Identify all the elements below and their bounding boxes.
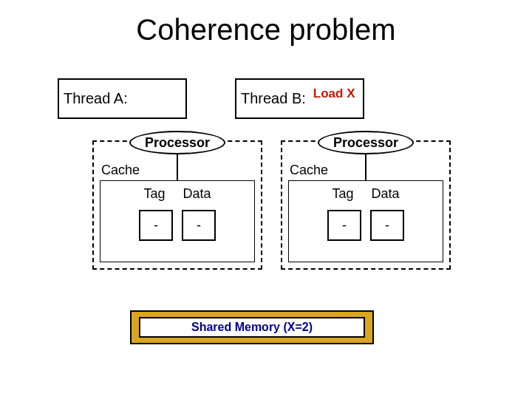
processor-b-pill: Processor bbox=[318, 131, 414, 154]
slide-title: Coherence problem bbox=[0, 13, 532, 47]
thread-b-label: Thread B: bbox=[241, 90, 306, 107]
processor-b-stem bbox=[365, 153, 366, 181]
thread-b-load-instruction: Load X bbox=[313, 86, 355, 101]
thread-a-box: Thread A: bbox=[58, 78, 187, 119]
cache-a-label: Cache bbox=[101, 163, 140, 178]
cache-a-data-header: Data bbox=[183, 186, 211, 202]
processor-a-pill: Processor bbox=[129, 131, 225, 154]
thread-a-label: Thread A: bbox=[64, 90, 128, 107]
cache-b-label: Cache bbox=[290, 163, 328, 178]
cache-b-tag-cell: - bbox=[327, 210, 361, 241]
cache-a-data-cell: - bbox=[182, 210, 216, 241]
cache-b-tag-header: Tag bbox=[332, 186, 353, 202]
processor-a-stem bbox=[177, 153, 178, 181]
cache-a-headers: Tag Data bbox=[94, 186, 261, 202]
cache-b-data-cell: - bbox=[370, 210, 404, 241]
cache-b-data-header: Data bbox=[372, 186, 400, 202]
cache-a-cells: - - bbox=[94, 210, 261, 241]
cache-a-tag-cell: - bbox=[139, 210, 173, 241]
thread-b-box: Thread B: Load X bbox=[235, 78, 364, 119]
cache-a-tag-header: Tag bbox=[143, 186, 165, 202]
shared-memory-outer: Shared Memory (X=2) bbox=[130, 310, 374, 344]
shared-memory-label: Shared Memory (X=2) bbox=[139, 317, 365, 338]
cache-b-cells: - - bbox=[282, 210, 449, 241]
processor-a-group: Processor Cache Tag Data - - bbox=[92, 140, 262, 270]
cache-b-headers: Tag Data bbox=[282, 186, 449, 202]
processor-b-group: Processor Cache Tag Data - - bbox=[281, 140, 451, 270]
